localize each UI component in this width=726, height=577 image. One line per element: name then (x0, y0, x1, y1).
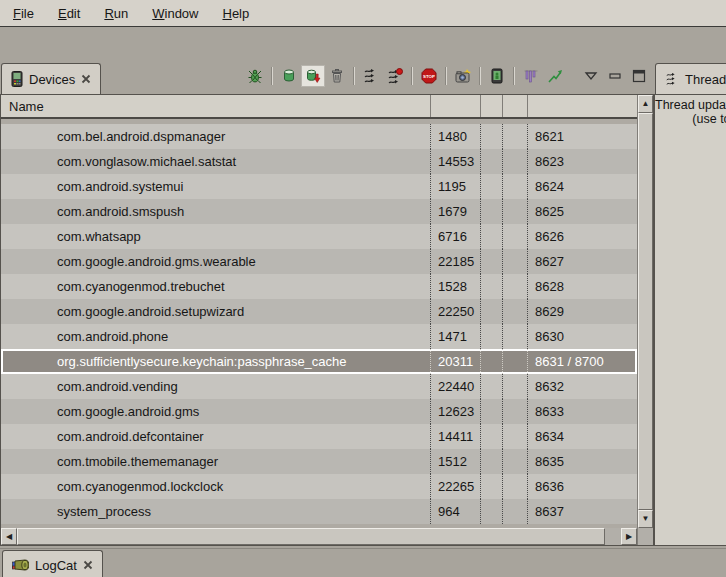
empty-cell (480, 249, 502, 274)
pid-cell: 964 (430, 499, 480, 524)
dump-hprof-button[interactable] (301, 65, 325, 87)
pid-cell: 1195 (430, 174, 480, 199)
process-name-cell: com.vonglasow.michael.satstat (1, 149, 430, 174)
toolbar-separator (271, 67, 273, 85)
horizontal-scrollbar[interactable]: ◀ ▶ (1, 528, 637, 545)
process-name-cell: com.android.vending (1, 374, 430, 399)
close-icon[interactable] (83, 560, 93, 570)
devices-view-header: Devices (0, 58, 654, 94)
camera-icon (455, 68, 471, 84)
port-cell: 8629 (527, 299, 637, 324)
threads-panel: Threads Thread updates not enabled for s… (654, 58, 726, 548)
empty-cell (502, 449, 527, 474)
table-row[interactable]: com.android.defcontainer 14411 8634 (1, 424, 637, 449)
debug-attach-button[interactable] (243, 65, 267, 87)
table-row[interactable]: com.android.phone 1471 8630 (1, 324, 637, 349)
table-row[interactable]: com.vonglasow.michael.satstat 14553 8623 (1, 149, 637, 174)
toolbar-separator (411, 67, 413, 85)
scroll-down-icon[interactable]: ▼ (638, 510, 653, 528)
port-cell: 8634 (527, 424, 637, 449)
maximize-button[interactable] (627, 65, 651, 87)
empty-cell (480, 224, 502, 249)
cause-gc-button[interactable] (325, 65, 349, 87)
menu-window[interactable]: Window (145, 4, 205, 23)
menu-edit[interactable]: Edit (51, 4, 87, 23)
scrollbar-track[interactable] (605, 528, 621, 545)
minimize-button[interactable] (603, 65, 627, 87)
process-name-cell: org.sufficientlysecure.keychain:passphra… (1, 349, 430, 374)
menu-help[interactable]: Help (215, 4, 256, 23)
sysinfo-button[interactable] (519, 65, 543, 87)
minimize-icon (608, 69, 622, 83)
port-cell: 8627 (527, 249, 637, 274)
empty-cell (480, 449, 502, 474)
table-row[interactable]: com.google.android.gms.wearable 22185 86… (1, 249, 637, 274)
process-name-cell: com.android.phone (1, 324, 430, 349)
chevron-down-icon (584, 71, 598, 81)
column-header-name[interactable]: Name (1, 95, 430, 117)
update-threads-button[interactable] (359, 65, 383, 87)
scroll-left-icon[interactable]: ◀ (1, 528, 17, 545)
table-row[interactable]: com.google.android.gms 12623 8633 (1, 399, 637, 424)
pid-cell: 14553 (430, 149, 480, 174)
debug-bug-icon (247, 68, 263, 84)
toolbar-separator (513, 67, 515, 85)
table-row[interactable]: com.cyanogenmod.lockclock 22265 8636 (1, 474, 637, 499)
process-name-cell: com.google.android.setupwizard (1, 299, 430, 324)
systrace-button[interactable] (543, 65, 567, 87)
table-row[interactable]: com.android.smspush 1679 8625 (1, 199, 637, 224)
purple-columns-icon (523, 68, 539, 84)
threads-tab-icon (665, 72, 679, 86)
empty-cell (502, 224, 527, 249)
threads-message: Thread updates not enabled for selected … (654, 94, 726, 546)
table-row[interactable]: com.tmobile.thememanager 1512 8635 (1, 449, 637, 474)
scroll-right-icon[interactable]: ▶ (621, 528, 637, 545)
empty-cell (502, 124, 527, 149)
table-row[interactable]: com.bel.android.dspmanager 1480 8621 (1, 124, 637, 149)
column-header-blank1[interactable] (480, 95, 502, 117)
table-row[interactable]: com.android.systemui 1195 8624 (1, 174, 637, 199)
empty-cell (502, 399, 527, 424)
table-row[interactable]: com.whatsapp 6716 8626 (1, 224, 637, 249)
tab-logcat[interactable]: LogCat (2, 550, 103, 577)
tab-threads[interactable]: Threads (655, 63, 726, 94)
vertical-scrollbar-thumb[interactable] (638, 113, 653, 510)
scroll-up-icon[interactable]: ▲ (638, 95, 653, 113)
trash-icon (329, 68, 345, 84)
menu-run[interactable]: Run (97, 4, 135, 23)
empty-cell (502, 149, 527, 174)
vertical-scrollbar[interactable]: ▲ ▼ (637, 95, 653, 528)
close-icon[interactable] (81, 74, 91, 84)
tab-devices[interactable]: Devices (1, 63, 101, 94)
threads-view-header: Threads (654, 58, 726, 94)
table-row[interactable]: com.android.vending 22440 8632 (1, 374, 637, 399)
view-menu-button[interactable] (579, 65, 603, 87)
column-header-blank2[interactable] (502, 95, 527, 117)
empty-cell (502, 349, 527, 374)
svg-text:STOP: STOP (423, 74, 435, 79)
table-row[interactable]: system_process 964 8637 (1, 499, 637, 524)
table-row[interactable]: com.google.android.setupwizard 22250 862… (1, 299, 637, 324)
stop-process-button[interactable]: STOP (417, 65, 441, 87)
maximize-icon (632, 69, 646, 83)
devices-panel: Devices (0, 58, 654, 548)
update-heap-button[interactable] (277, 65, 301, 87)
port-cell: 8636 (527, 474, 637, 499)
ddms-window: File Edit Run Window Help Devices (0, 0, 726, 577)
empty-cell (480, 174, 502, 199)
tab-devices-label: Devices (29, 72, 75, 87)
process-name-cell: com.google.android.gms.wearable (1, 249, 430, 274)
menu-file[interactable]: File (6, 4, 41, 23)
table-row[interactable]: com.cyanogenmod.trebuchet 1528 8628 (1, 274, 637, 299)
pid-cell: 22185 (430, 249, 480, 274)
reset-adb-button[interactable] (485, 65, 509, 87)
horizontal-scrollbar-thumb[interactable] (17, 528, 605, 545)
empty-cell (502, 274, 527, 299)
column-header-port[interactable] (527, 95, 637, 117)
start-method-profiling-button[interactable] (383, 65, 407, 87)
screen-capture-button[interactable] (451, 65, 475, 87)
empty-cell (502, 324, 527, 349)
table-row[interactable]: org.sufficientlysecure.keychain:passphra… (1, 349, 637, 374)
empty-cell (480, 149, 502, 174)
column-header-pid[interactable] (430, 95, 480, 117)
